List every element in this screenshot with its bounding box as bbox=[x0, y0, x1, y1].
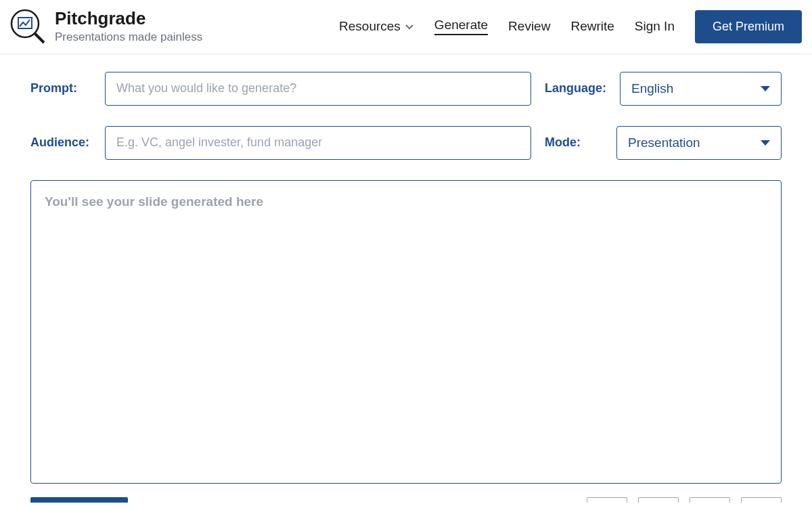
nav-resources[interactable]: Resources bbox=[339, 19, 414, 34]
nav-rewrite[interactable]: Rewrite bbox=[570, 19, 614, 34]
dropdown-arrow-icon bbox=[761, 86, 770, 91]
header: Pitchgrade Presentations made painless R… bbox=[0, 0, 812, 54]
mode-select[interactable]: Presentation bbox=[616, 126, 782, 160]
svg-line-1 bbox=[35, 33, 44, 43]
nav-generate[interactable]: Generate bbox=[434, 18, 488, 35]
get-premium-button[interactable]: Get Premium bbox=[695, 10, 802, 43]
chevron-down-icon bbox=[405, 22, 414, 31]
prompt-input[interactable] bbox=[105, 72, 531, 106]
brand-tagline: Presentations made painless bbox=[55, 29, 202, 45]
brand-text: Pitchgrade Presentations made painless bbox=[55, 8, 202, 45]
language-select-wrapper: English bbox=[620, 72, 782, 106]
language-select[interactable]: English bbox=[620, 72, 782, 106]
page-box[interactable] bbox=[587, 497, 627, 503]
mode-label: Mode: bbox=[545, 135, 603, 150]
bottom-row bbox=[30, 497, 782, 503]
language-value: English bbox=[631, 81, 673, 96]
mode-value: Presentation bbox=[628, 135, 700, 150]
language-label: Language: bbox=[545, 81, 606, 96]
audience-row: Audience: Mode: Presentation bbox=[30, 126, 782, 160]
pagination bbox=[587, 497, 782, 503]
dropdown-arrow-icon bbox=[761, 140, 770, 146]
mode-select-wrapper: Presentation bbox=[616, 126, 782, 160]
output-placeholder: You'll see your slide generated here bbox=[45, 194, 767, 209]
svg-rect-2 bbox=[18, 18, 32, 28]
nav-signin[interactable]: Sign In bbox=[635, 19, 675, 34]
prompt-label: Prompt: bbox=[30, 81, 91, 96]
logo-icon bbox=[10, 9, 45, 44]
page-box[interactable] bbox=[690, 497, 730, 503]
output-area: You'll see your slide generated here bbox=[30, 180, 782, 484]
brand-title: Pitchgrade bbox=[55, 8, 202, 29]
nav-section: Resources Generate Review Rewrite Sign I… bbox=[339, 10, 802, 43]
brand-section: Pitchgrade Presentations made painless bbox=[10, 8, 202, 45]
audience-label: Audience: bbox=[30, 135, 91, 150]
content: Prompt: Language: English Audience: Mode… bbox=[0, 54, 812, 503]
nav-resources-label: Resources bbox=[339, 19, 401, 34]
nav-review[interactable]: Review bbox=[508, 19, 550, 34]
prompt-row: Prompt: Language: English bbox=[30, 72, 782, 106]
page-box[interactable] bbox=[741, 497, 782, 503]
audience-input[interactable] bbox=[105, 126, 531, 160]
page-box[interactable] bbox=[638, 497, 679, 503]
generate-button[interactable] bbox=[30, 497, 128, 503]
